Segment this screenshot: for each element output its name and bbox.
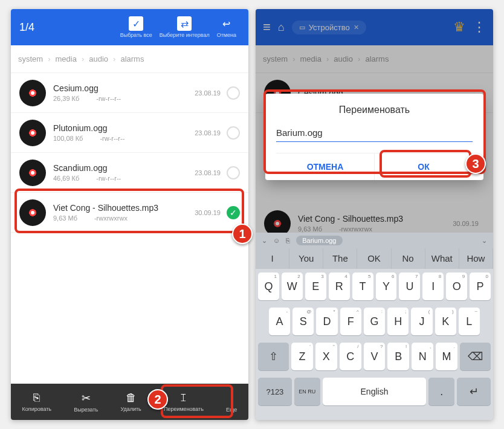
rename-input[interactable] — [276, 125, 473, 142]
key-v[interactable]: V? — [364, 343, 386, 370]
shift-key[interactable]: ⇧ — [258, 343, 289, 370]
key-t[interactable]: T5 — [352, 273, 373, 300]
suggestion[interactable]: The — [323, 248, 357, 269]
suggestion[interactable]: I — [256, 248, 289, 269]
action-icon: ⇄ — [177, 16, 192, 31]
file-row[interactable]: Cesium.ogg 26,39 Кб-rw-r--r-- 23.08.19 — [11, 73, 248, 113]
dialog-title: Переименовать — [276, 105, 473, 115]
collapse-icon[interactable]: ⌄ — [262, 237, 267, 245]
file-name: Viet Cong - Silhouettes.mp3 — [53, 203, 195, 213]
bottom-action[interactable]: ✂Вырезать — [74, 392, 98, 413]
key-l[interactable]: L~ — [459, 308, 480, 335]
file-size: 46,69 Кб — [53, 175, 79, 182]
action-label: Отмена — [217, 32, 236, 38]
key-m[interactable]: M. — [436, 343, 457, 370]
file-date: 23.08.19 — [195, 129, 221, 137]
header-action[interactable]: ✓Выбрать все — [120, 16, 152, 38]
key-x[interactable]: X" — [315, 343, 337, 370]
file-size: 100,08 Кб — [53, 135, 83, 142]
crumb[interactable]: audio — [89, 54, 108, 63]
key-w[interactable]: W2 — [282, 273, 303, 300]
header-action[interactable]: ↩Отмена — [217, 16, 236, 38]
file-date: 30.09.19 — [195, 209, 221, 216]
symbols-key[interactable]: ?123 — [258, 378, 292, 405]
expand-icon[interactable]: ⌄ — [482, 237, 487, 245]
header-action[interactable]: ⇄Выберите интервал — [160, 16, 210, 38]
key-j[interactable]: J( — [411, 308, 432, 335]
file-perm: -rwxrwxrwx — [94, 214, 128, 222]
step-badge-2: 2 — [147, 389, 168, 410]
select-checkbox[interactable]: ✓ — [227, 206, 240, 219]
emoji-icon[interactable]: ☺ — [273, 237, 280, 244]
suggestion[interactable]: How — [459, 248, 493, 269]
file-name: Scandium.ogg — [53, 163, 195, 173]
crumb[interactable]: alarms — [120, 54, 144, 63]
crumb[interactable]: media — [56, 54, 77, 63]
period-key[interactable]: . — [428, 378, 454, 405]
key-y[interactable]: Y6 — [376, 273, 397, 300]
screenshot-right-rename-dialog: ≡ ⌂ ▭ Устройство ✕ ♛ ⋮ system›media›audi… — [256, 9, 493, 420]
action-label: Удалить — [120, 406, 141, 412]
key-r[interactable]: R4 — [329, 273, 350, 300]
clipboard-pill[interactable]: Barium.ogg — [296, 236, 342, 245]
suggestion[interactable]: What — [425, 248, 459, 269]
audio-file-icon — [19, 160, 46, 186]
file-list: Cesium.ogg 26,39 Кб-rw-r--r-- 23.08.19 P… — [11, 73, 248, 233]
bottom-action[interactable]: ⎘Копировать — [22, 392, 51, 412]
key-d[interactable]: D* — [316, 308, 337, 335]
key-a[interactable]: A- — [269, 308, 290, 335]
key-e[interactable]: E3 — [305, 273, 326, 300]
clipboard-icon[interactable]: ⎘ — [286, 237, 290, 244]
suggestion-bar: IYouTheOKNoWhatHow — [256, 248, 493, 269]
key-b[interactable]: B! — [387, 343, 409, 370]
file-row[interactable]: Scandium.ogg 46,69 Кб-rw-r--r-- 23.08.19 — [11, 153, 248, 193]
file-date: 23.08.19 — [195, 89, 221, 97]
chevron-icon: › — [48, 54, 50, 63]
action-icon: ↩ — [219, 16, 234, 31]
breadcrumb[interactable]: system›media›audio›alarms — [11, 45, 248, 73]
select-checkbox[interactable] — [227, 86, 240, 100]
key-n[interactable]: N, — [412, 343, 433, 370]
action-icon: ⋮ — [226, 392, 237, 405]
bottom-action[interactable]: ⋮Еще — [226, 392, 237, 413]
file-date: 23.08.19 — [195, 169, 221, 176]
key-s[interactable]: S@ — [292, 308, 314, 335]
suggestion[interactable]: You — [289, 248, 323, 269]
key-f[interactable]: F^ — [340, 308, 361, 335]
cancel-button[interactable]: ОТМЕНА — [276, 153, 374, 180]
action-label: Вырезать — [74, 407, 98, 413]
enter-key[interactable]: ↵ — [457, 378, 491, 405]
audio-file-icon — [19, 120, 46, 146]
key-u[interactable]: U7 — [399, 273, 420, 300]
file-perm: -rw-r--r-- — [96, 95, 121, 102]
key-h[interactable]: H; — [387, 308, 409, 335]
lang-key[interactable]: EN RU — [294, 378, 320, 405]
backspace-key[interactable]: ⌫ — [460, 343, 491, 370]
crumb[interactable]: system — [18, 54, 43, 63]
key-c[interactable]: C/ — [340, 343, 361, 370]
action-icon: ✂ — [82, 392, 91, 405]
key-p[interactable]: P0 — [470, 273, 491, 300]
bottom-action[interactable]: 🗑Удалить — [120, 392, 141, 412]
select-checkbox[interactable] — [227, 166, 240, 179]
select-checkbox[interactable] — [227, 126, 240, 140]
key-k[interactable]: K) — [435, 308, 456, 335]
key-g[interactable]: G: — [364, 308, 385, 335]
key-q[interactable]: Q1 — [258, 273, 279, 300]
suggestion[interactable]: OK — [357, 248, 391, 269]
selection-counter: 1/4 — [19, 21, 117, 34]
audio-file-icon — [19, 199, 46, 226]
key-i[interactable]: I8 — [422, 273, 444, 300]
bottom-action[interactable]: 𝙸Переименовать — [164, 392, 204, 412]
action-icon: ✓ — [129, 16, 143, 31]
key-z[interactable]: Z' — [291, 343, 313, 370]
file-row[interactable]: Viet Cong - Silhouettes.mp3 9,63 Мб-rwxr… — [11, 193, 248, 233]
key-o[interactable]: O9 — [446, 273, 467, 300]
rename-dialog: Переименовать ОТМЕНА ОК — [265, 94, 483, 180]
spacebar-key[interactable]: English — [323, 378, 427, 405]
ok-button[interactable]: ОК — [374, 153, 473, 180]
action-label: Выбрать все — [120, 32, 152, 38]
file-name: Plutonium.ogg — [53, 123, 195, 133]
file-row[interactable]: Plutonium.ogg 100,08 Кб-rw-r--r-- 23.08.… — [11, 113, 248, 153]
suggestion[interactable]: No — [392, 248, 425, 269]
